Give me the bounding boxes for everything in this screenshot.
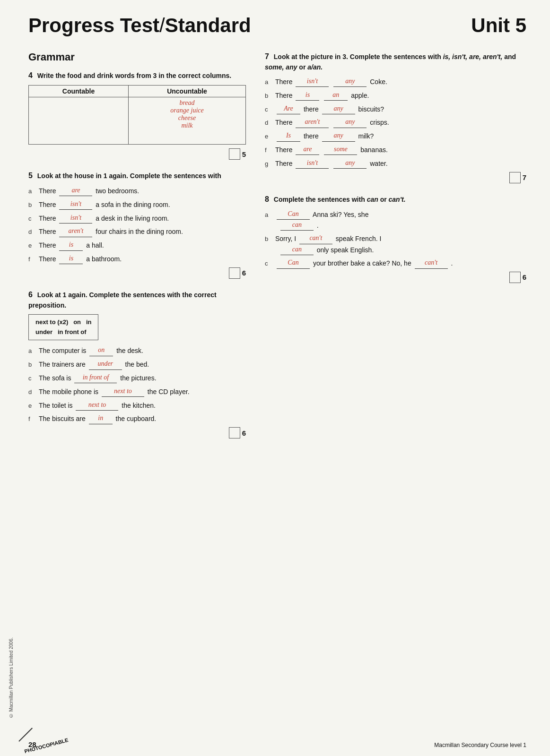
q5-score: 6	[242, 269, 246, 277]
grammar-title: Grammar	[28, 51, 246, 63]
blank-q7e2: any	[322, 130, 355, 141]
blank-q6a: on	[89, 345, 113, 356]
blank-q7f2: some	[324, 144, 357, 155]
title-subtitle: Standard	[165, 14, 251, 36]
q5-item-a: a There are two bedrooms.	[28, 185, 246, 197]
blank-q5f: is	[59, 253, 83, 264]
q7-item-a: a There isn't any Coke.	[265, 76, 526, 87]
q7-score: 7	[523, 173, 526, 181]
blank-q6c: in front of	[74, 372, 117, 383]
q8-instruction: 8 Complete the sentences with can or can…	[265, 194, 526, 205]
q8-item-c: c Can your brother bake a cake? No, he c…	[265, 258, 526, 269]
q8-score-box-inner	[509, 272, 521, 283]
unit-title: Unit 5	[471, 14, 526, 37]
q8-items: a Can Anna ski? Yes, she can . b Sorry, …	[265, 209, 526, 269]
q6-prep-box: next to (x2) on inunder in front of	[28, 314, 98, 341]
question-4: 4 Write the food and drink words from 3 …	[28, 70, 246, 160]
title-main: Progress Test	[28, 14, 159, 36]
q7-item-g: g There isn't any water.	[265, 158, 526, 169]
main-content: Grammar 4 Write the food and drink words…	[28, 51, 526, 449]
q5-instruction: 5 Look at the house in 1 again. Complete…	[28, 170, 246, 181]
copyright-text: © Macmillan Publishers Limited 2006.	[9, 637, 14, 718]
q7-item-c: c Are there any biscuits?	[265, 103, 526, 115]
uncountable-bread: bread	[134, 99, 240, 107]
q6-score-box-inner	[229, 427, 240, 438]
q8-item-b: b Sorry, I can't speak French. I can onl…	[265, 233, 526, 255]
q7-item-b: b There is an apple.	[265, 90, 526, 101]
blank-q7g1: isn't	[296, 158, 329, 169]
q5-score-box-inner	[229, 267, 240, 279]
blank-q7d2: any	[333, 117, 367, 128]
table-header-countable: Countable	[29, 86, 129, 97]
q6-item-d: d The mobile phone is next to the CD pla…	[28, 386, 246, 397]
question-5: 5 Look at the house in 1 again. Complete…	[28, 170, 246, 279]
q4-score-box-inner	[229, 148, 240, 160]
q8-score-box: 6	[265, 272, 526, 283]
uncountable-cell: bread orange juice cheese milk	[129, 97, 246, 145]
blank-q8b2: can	[280, 244, 314, 255]
q6-item-a: a The computer is on the desk.	[28, 345, 246, 356]
q8-score: 6	[523, 273, 526, 281]
question-6: 6 Look at 1 again. Complete the sentence…	[28, 289, 246, 438]
q5-item-e: e There is a hall.	[28, 240, 246, 251]
q7-score-box-inner	[509, 172, 521, 183]
q5-item-c: c There isn't a desk in the living room.	[28, 213, 246, 224]
uncountable-milk: milk	[134, 122, 240, 129]
blank-q8a1: Can	[277, 209, 310, 220]
q5-item-d: d There aren't four chairs in the dining…	[28, 226, 246, 237]
blank-q8c2: can't	[415, 258, 448, 268]
q4-instruction: 4 Write the food and drink words from 3 …	[28, 70, 246, 81]
table-header-uncountable: Uncountable	[129, 86, 246, 97]
blank-q8c1: Can	[277, 258, 310, 268]
q7-instruction: 7 Look at the picture in 3. Complete the…	[265, 51, 526, 72]
blank-q7b2: an	[324, 90, 348, 101]
blank-q7c2: any	[322, 103, 355, 114]
q6-score-box: 6	[28, 427, 246, 438]
q8-item-a: a Can Anna ski? Yes, she can .	[265, 209, 526, 231]
blank-q7f1: are	[296, 144, 319, 155]
question-7: 7 Look at the picture in 3. Complete the…	[265, 51, 526, 183]
blank-q7d1: aren't	[296, 117, 329, 128]
page-title: Progress Test/Standard	[28, 14, 251, 37]
q5-item-f: f There is a bathroom.	[28, 253, 246, 265]
q7-item-d: d There aren't any crisps.	[265, 117, 526, 128]
q5-score-box: 6	[28, 267, 246, 279]
blank-q7a2: any	[333, 76, 367, 87]
right-column: 7 Look at the picture in 3. Complete the…	[265, 51, 526, 449]
blank-q7c1: Are	[277, 103, 300, 114]
q7-item-e: e Is there any milk?	[265, 130, 526, 142]
q4-score-box: 5	[28, 148, 246, 160]
blank-q7g2: any	[333, 158, 367, 169]
left-column: Grammar 4 Write the food and drink words…	[28, 51, 246, 449]
blank-q6e: next to	[76, 400, 118, 411]
blank-q5b: isn't	[59, 199, 92, 210]
blank-q7a1: isn't	[296, 76, 329, 87]
blank-q8b1: can't	[299, 233, 332, 244]
q7-score-box: 7	[265, 172, 526, 183]
title-slash: /	[159, 14, 165, 36]
blank-q6b: under	[89, 359, 122, 369]
uncountable-oj: orange juice	[134, 107, 240, 114]
decorative-line	[18, 728, 33, 742]
blank-q6f: in	[89, 413, 113, 424]
q7-item-f: f There are some bananas.	[265, 144, 526, 155]
q6-items: a The computer is on the desk. b The tra…	[28, 345, 246, 424]
q5-item-b: b There isn't a sofa in the dining room.	[28, 199, 246, 210]
blank-q5c: isn't	[59, 213, 92, 223]
blank-q5e: is	[59, 240, 83, 250]
countable-cell	[29, 97, 129, 145]
blank-q7b1: is	[296, 90, 319, 101]
blank-q7e1: Is	[277, 130, 300, 141]
q5-items: a There are two bedrooms. b There isn't …	[28, 185, 246, 265]
blank-q5a: are	[59, 185, 92, 196]
q6-item-f: f The biscuits are in the cupboard.	[28, 413, 246, 424]
uncountable-cheese: cheese	[134, 114, 240, 122]
publisher-label: Macmillan Secondary Course level 1	[434, 742, 526, 748]
q6-instruction: 6 Look at 1 again. Complete the sentence…	[28, 289, 246, 310]
q4-table: Countable Uncountable bread orange juice…	[28, 85, 246, 145]
q7-items: a There isn't any Coke. b There is an ap…	[265, 76, 526, 169]
q6-score: 6	[242, 429, 246, 437]
q6-item-e: e The toilet is next to the kitchen.	[28, 400, 246, 411]
page-number: 28	[28, 740, 36, 748]
q6-item-c: c The sofa is in front of the pictures.	[28, 372, 246, 384]
